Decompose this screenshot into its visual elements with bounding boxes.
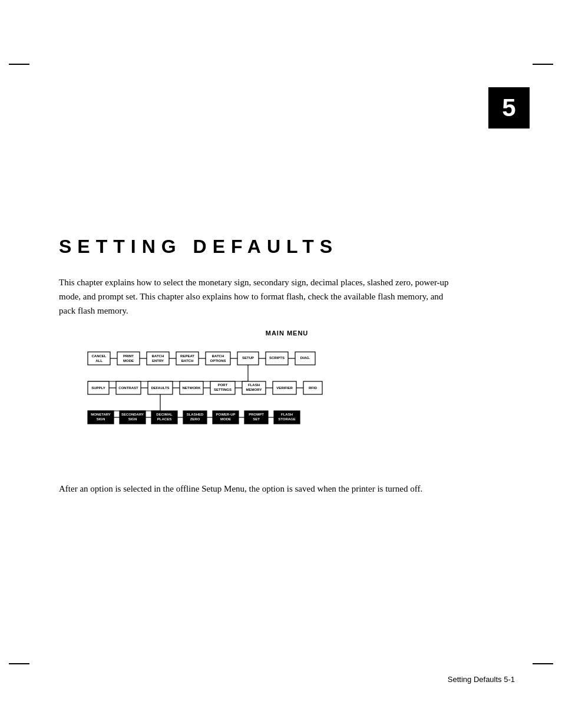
- svg-text:MEMORY: MEMORY: [246, 388, 262, 391]
- svg-text:SETTINGS: SETTINGS: [214, 388, 232, 391]
- svg-text:FLASH: FLASH: [248, 383, 260, 387]
- svg-text:MODE: MODE: [220, 417, 231, 421]
- svg-text:CANCEL: CANCEL: [92, 354, 107, 358]
- svg-text:VERIFIER: VERIFIER: [276, 386, 293, 390]
- svg-text:OPTIONS: OPTIONS: [210, 359, 226, 363]
- svg-text:DECIMAL: DECIMAL: [156, 413, 173, 416]
- corner-mark-tr: [59, 71, 515, 106]
- svg-text:BATCH: BATCH: [212, 354, 224, 358]
- svg-text:PORT: PORT: [218, 383, 228, 387]
- svg-text:MODE: MODE: [123, 359, 134, 363]
- svg-text:SCRIPTS: SCRIPTS: [269, 356, 285, 360]
- page: 5 SETTING DEFAULTS This chapter explains…: [0, 0, 562, 728]
- menu-label: MAIN MENU: [59, 330, 515, 337]
- svg-text:ENTRY: ENTRY: [152, 359, 164, 363]
- footer-text: Setting Defaults 5-1: [448, 675, 515, 684]
- svg-text:PRINT: PRINT: [123, 354, 134, 358]
- svg-text:BATCH: BATCH: [181, 359, 194, 363]
- page-title: SETTING DEFAULTS: [59, 236, 515, 258]
- svg-text:SIGN: SIGN: [128, 417, 137, 421]
- corner-mark-bl: [59, 106, 515, 141]
- svg-text:SLASHED: SLASHED: [187, 413, 204, 416]
- svg-text:SIGN: SIGN: [97, 417, 105, 421]
- svg-text:SUPPLY: SUPPLY: [91, 386, 105, 390]
- svg-text:POWER-UP: POWER-UP: [216, 413, 236, 416]
- intro-paragraph: This chapter explains how to select the …: [59, 275, 459, 318]
- svg-text:RFID: RFID: [309, 386, 318, 390]
- svg-text:BATCH: BATCH: [152, 354, 164, 358]
- svg-text:DEFAULTS: DEFAULTS: [151, 386, 169, 390]
- svg-text:STORAGE: STORAGE: [278, 417, 296, 421]
- chapter-number: 5: [502, 94, 515, 122]
- corner-mark-tl: [59, 35, 515, 71]
- svg-text:ALL: ALL: [95, 359, 103, 363]
- svg-text:ZERO: ZERO: [190, 417, 200, 421]
- svg-text:MONETARY: MONETARY: [91, 413, 111, 416]
- svg-text:NETWORK: NETWORK: [183, 386, 201, 390]
- svg-text:PLACES: PLACES: [157, 417, 171, 421]
- svg-text:SETUP: SETUP: [242, 356, 254, 360]
- svg-text:SECONDARY: SECONDARY: [121, 413, 144, 416]
- dash-top-left: [9, 64, 29, 65]
- dash-top-right: [533, 64, 553, 65]
- svg-text:PROMPT: PROMPT: [249, 413, 264, 416]
- svg-text:REPEAT: REPEAT: [180, 354, 194, 358]
- corner-mark-br: [59, 141, 515, 177]
- svg-text:SET: SET: [253, 417, 260, 421]
- menu-diagram: CANCEL ALL PRINT MODE BATCH ENTRY REPEAT…: [87, 341, 487, 471]
- svg-text:CONTRAST: CONTRAST: [118, 386, 138, 390]
- after-paragraph: After an option is selected in the offli…: [59, 482, 459, 496]
- svg-text:DIAG.: DIAG.: [300, 356, 310, 360]
- svg-text:FLASH: FLASH: [281, 413, 293, 416]
- chapter-number-box: 5: [488, 87, 530, 129]
- dash-bottom-right: [533, 663, 553, 664]
- dash-bottom-left: [9, 663, 29, 664]
